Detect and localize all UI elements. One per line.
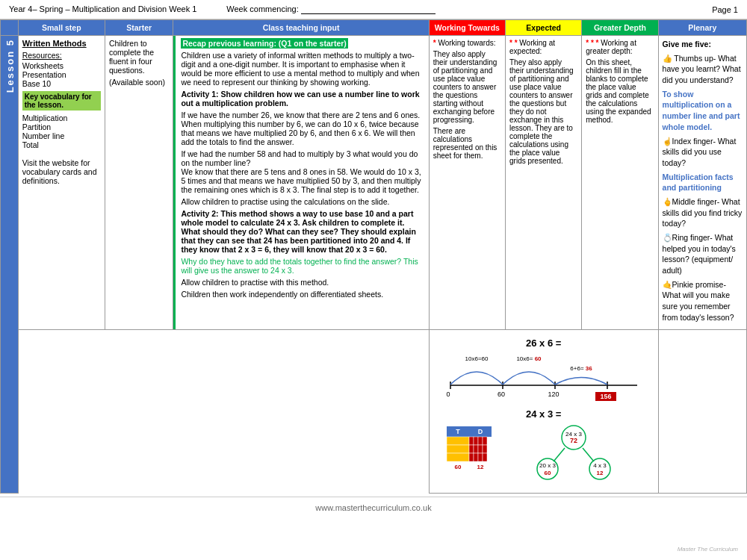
- svg-text:0: 0: [446, 391, 450, 398]
- header-left: Year 4– Spring – Multiplication and Divi…: [9, 4, 436, 14]
- part-whole-svg: T D: [443, 423, 645, 490]
- resource-base10: Base 10: [22, 79, 101, 88]
- svg-text:12: 12: [477, 464, 483, 470]
- vocab-total: Total: [22, 140, 101, 149]
- equation2: 24 x 3 =: [433, 408, 655, 420]
- vocab-number-line: Number line: [22, 131, 101, 140]
- svg-text:156: 156: [600, 393, 611, 400]
- top-header: Year 4– Spring – Multiplication and Divi…: [0, 0, 747, 19]
- svg-rect-27: [483, 445, 487, 453]
- activity2-title: Activity 2: This method shows a way to u…: [181, 209, 415, 254]
- teaching-para2: If we have the number 26, we know that t…: [181, 111, 424, 146]
- plenary-cell: Give me five: 👍 Thumbs up- What have you…: [658, 36, 746, 330]
- lesson-number: Lesson 5: [4, 39, 16, 93]
- week-commencing-line: [301, 4, 436, 14]
- class-teaching-cell: Recap previous learning: (Q1 on the star…: [173, 36, 429, 330]
- working-towards-text: They also apply their understanding of p…: [433, 50, 501, 124]
- svg-text:20 x 3: 20 x 3: [539, 462, 556, 469]
- lesson-number-cell: Lesson 5: [1, 36, 19, 494]
- svg-text:4 x 3: 4 x 3: [593, 462, 607, 469]
- greater-depth-stars: * * *: [586, 39, 598, 47]
- document-title: Year 4– Spring – Multiplication and Divi…: [9, 4, 196, 14]
- column-header-row: Small step Starter Class teaching input …: [1, 20, 747, 36]
- plenary-to-show: To show multiplication on a number line …: [663, 89, 743, 133]
- key-vocab: Key vocabulary for the lesson.: [22, 91, 101, 111]
- svg-text:T: T: [456, 428, 460, 435]
- svg-text:D: D: [477, 428, 483, 435]
- svg-rect-18: [447, 437, 469, 445]
- svg-rect-21: [478, 437, 483, 445]
- svg-text:10x6=60: 10x6=60: [465, 355, 488, 362]
- teaching-para4: Allow children to practise using the cal…: [181, 197, 424, 206]
- working-towards-label: Working towards:: [438, 39, 495, 47]
- svg-text:60: 60: [544, 470, 551, 476]
- plenary-thumbs: 👍 Thumbs up- What have you learnt? What …: [663, 53, 743, 86]
- page-wrapper: Year 4– Spring – Multiplication and Divi…: [0, 0, 747, 560]
- plenary-header: Plenary: [658, 20, 746, 36]
- week-commencing: Week commencing:: [226, 4, 435, 14]
- svg-rect-31: [478, 453, 483, 461]
- class-teaching-header: Class teaching input: [173, 20, 429, 36]
- teaching-para6: Children then work independently on diff…: [181, 290, 424, 299]
- logo-area: Master The Curriculum: [678, 546, 738, 553]
- visit-text: Visit the website for vocabulary cards a…: [22, 158, 101, 185]
- svg-text:60: 60: [454, 464, 461, 470]
- svg-rect-20: [474, 437, 478, 445]
- recap-highlight: Recap previous learning: (Q1 on the star…: [181, 38, 347, 49]
- teaching-para1: Children use a variety of informal writt…: [181, 51, 424, 87]
- empty-diagrams-left: [18, 329, 429, 493]
- working-towards-header: Working Towards: [429, 20, 505, 36]
- svg-rect-30: [474, 453, 478, 461]
- vocab-partition: Partition: [22, 122, 101, 131]
- svg-rect-24: [469, 445, 474, 453]
- working-towards-cell: * Working towards: They also apply their…: [429, 36, 505, 330]
- teaching-para5: Allow children to practise with this met…: [181, 278, 424, 287]
- diagrams-row: 26 x 6 = 0 60: [1, 329, 747, 493]
- plenary-middle: 🖕Middle finger- What skills did you find…: [663, 196, 743, 229]
- working-towards-star: *: [433, 39, 436, 47]
- expected-cell: * * Working at expected: They also apply…: [506, 36, 582, 330]
- small-step-cell: Written Methods Resources: Worksheets Pr…: [18, 36, 105, 330]
- starter-available: (Available soon): [109, 78, 170, 87]
- plenary-intro: Give me five:: [663, 40, 711, 49]
- expected-stars: * *: [509, 39, 518, 47]
- svg-rect-32: [483, 453, 487, 461]
- small-step-header: Small step: [18, 20, 105, 36]
- class-teaching-content: Recap previous learning: (Q1 on the star…: [177, 39, 424, 299]
- footer-url: www.masterthecurriculum.co.uk: [315, 503, 431, 512]
- equation1: 26 x 6 =: [433, 337, 655, 349]
- small-step-title: Written Methods: [22, 39, 101, 48]
- resource-presentation: Presentation: [22, 70, 101, 79]
- diagrams-cell: 26 x 6 = 0 60: [429, 329, 658, 493]
- lesson-col-header: [1, 20, 19, 36]
- expected-header: Expected: [506, 20, 582, 36]
- starter-header: Starter: [105, 20, 173, 36]
- teaching-para3: If we had the number 58 and had to multi…: [181, 149, 424, 194]
- svg-rect-28: [447, 453, 469, 461]
- expected-text: They also apply their understanding of p…: [509, 58, 577, 165]
- plenary-lower: [658, 329, 746, 493]
- starter-cell: Children to complete the fluent in four …: [105, 36, 173, 330]
- plenary-index: ☝️Index finger- What skills did you use …: [663, 136, 743, 169]
- starter-text: Children to complete the fluent in four …: [109, 39, 170, 75]
- svg-text:120: 120: [548, 391, 559, 398]
- svg-rect-22: [483, 437, 487, 445]
- greater-depth-header: Greater Depth: [582, 20, 658, 36]
- plenary-pinkie: 🤙Pinkie promise- What will you make sure…: [663, 279, 743, 323]
- part-whole-diagram: T D: [433, 423, 655, 490]
- page-number: Page 1: [712, 5, 738, 14]
- vocab-multiplication: Multiplication: [22, 113, 101, 122]
- green-para: Why do they have to add the totals toget…: [181, 257, 424, 275]
- svg-line-39: [583, 448, 594, 461]
- greater-depth-cell: * * * Working at greater depth: On this …: [582, 36, 658, 330]
- svg-text:60: 60: [498, 391, 505, 398]
- svg-text:10x6= 60: 10x6= 60: [516, 355, 542, 362]
- activity1-title: Activity 1: Show children how we can use…: [181, 90, 419, 108]
- svg-text:12: 12: [596, 470, 603, 476]
- number-line-svg: 0 60 120 156 156: [443, 352, 645, 404]
- svg-rect-29: [469, 453, 474, 461]
- green-left-bar: [173, 36, 176, 329]
- svg-line-38: [554, 448, 565, 461]
- resource-worksheets: Worksheets: [22, 61, 101, 70]
- plenary-mult-facts: Multiplication facts and partitioning: [663, 172, 743, 193]
